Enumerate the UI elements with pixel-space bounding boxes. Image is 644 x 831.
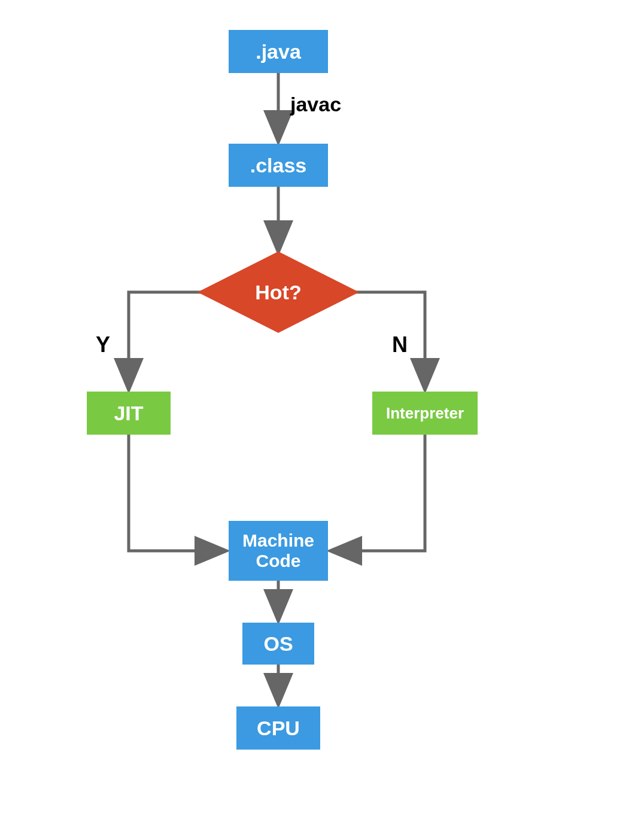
node-class-label: .class — [250, 154, 307, 177]
edge-javac-label: javac — [290, 93, 341, 116]
node-hot-decision: Hot? — [198, 251, 359, 333]
node-jit: JIT — [87, 392, 171, 435]
node-os: OS — [242, 623, 314, 665]
edge-no-label: N — [392, 332, 408, 357]
node-java-label: .java — [256, 40, 301, 63]
node-interpreter: Interpreter — [372, 392, 478, 435]
node-hot-label: Hot? — [255, 281, 301, 304]
node-machine-code: Machine Code — [229, 521, 328, 581]
node-machine-code-label: Machine Code — [229, 530, 328, 572]
node-jit-label: JIT — [114, 402, 143, 425]
edge-yes-label: Y — [96, 332, 110, 357]
node-class: .class — [229, 144, 328, 187]
node-cpu: CPU — [236, 706, 320, 750]
node-cpu-label: CPU — [257, 717, 300, 740]
node-os-label: OS — [263, 632, 293, 656]
node-java: .java — [229, 30, 328, 73]
node-interpreter-label: Interpreter — [386, 404, 464, 423]
